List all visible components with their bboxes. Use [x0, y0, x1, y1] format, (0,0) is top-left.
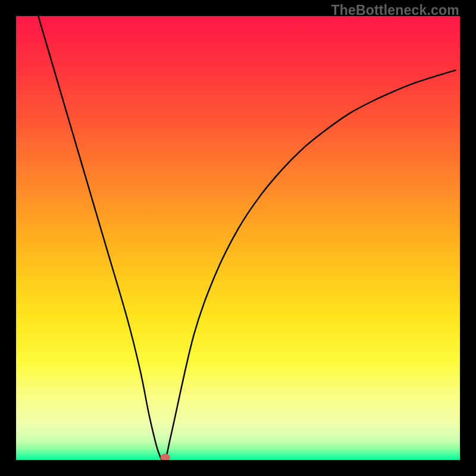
- chart-svg: [16, 16, 460, 460]
- gradient-background: [16, 16, 460, 460]
- plot-area: [16, 16, 460, 460]
- chart-frame: TheBottleneck.com: [0, 0, 476, 476]
- watermark-text: TheBottleneck.com: [331, 2, 459, 18]
